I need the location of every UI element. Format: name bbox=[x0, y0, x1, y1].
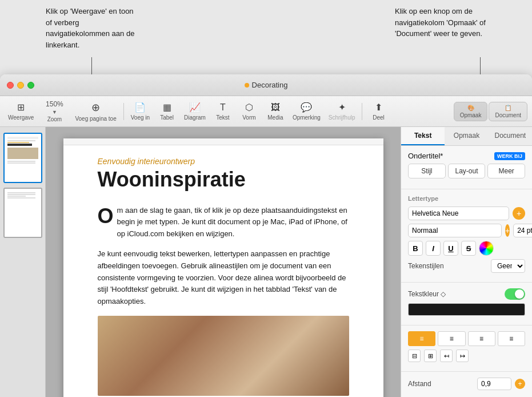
style-row: Ondertitel* WERK BIJ bbox=[408, 152, 525, 160]
dropcap-letter: O bbox=[98, 206, 114, 240]
page-thumbnail-sidebar bbox=[0, 127, 46, 397]
toolbar-media-label: Media bbox=[267, 114, 283, 121]
toolbar-document-button[interactable]: 📋 Document bbox=[489, 102, 527, 121]
indent-decrease-btn[interactable]: ↤ bbox=[440, 350, 453, 362]
add-page-icon: ⊕ bbox=[91, 101, 100, 114]
text-color-picker[interactable] bbox=[479, 241, 494, 256]
afstand-label: Afstand bbox=[408, 380, 474, 388]
toolbar-zoom[interactable]: 150% ▼ Zoom bbox=[38, 98, 70, 125]
toolbar-tekst[interactable]: T Tekst bbox=[210, 100, 235, 123]
align-center-button[interactable]: ≡ bbox=[438, 331, 465, 346]
underline-button[interactable]: U bbox=[443, 241, 458, 256]
canvas-area[interactable]: Eenvoudig interieurontwerp Wooninspirati… bbox=[46, 127, 401, 397]
dropcap-paragraph[interactable]: O m aan de slag te gaan, tik of klik je … bbox=[98, 205, 349, 240]
thumb-line-1 bbox=[7, 140, 35, 141]
toolbar-vorm[interactable]: ⬡ Vorm bbox=[237, 100, 262, 123]
thumb-inner-2 bbox=[6, 190, 39, 235]
align-right-button[interactable]: ≡ bbox=[468, 331, 495, 346]
toolbar-tekst-label: Tekst bbox=[216, 114, 229, 121]
font-name-input[interactable] bbox=[408, 207, 509, 220]
spacing-increase-btn[interactable]: ⊞ bbox=[424, 350, 437, 362]
mac-window: Decorating ⊞ Weergave 150% ▼ Zoom ⊕ Voeg… bbox=[0, 74, 532, 397]
lay-out-button[interactable]: Lay-out bbox=[448, 164, 486, 178]
toolbar-media[interactable]: 🖼 Media bbox=[263, 100, 288, 123]
toolbar: ⊞ Weergave 150% ▼ Zoom ⊕ Voeg pagina toe… bbox=[0, 96, 532, 127]
font-name-row: + bbox=[408, 207, 525, 220]
meer-button[interactable]: Meer bbox=[487, 164, 525, 178]
minimize-button[interactable] bbox=[17, 82, 24, 89]
toolbar-separator-2 bbox=[362, 103, 362, 120]
toolbar-schrijfhulp[interactable]: ✦ Schrijfhulp bbox=[325, 100, 359, 123]
kleur-toggle[interactable] bbox=[505, 288, 525, 300]
spacing-decrease-btn[interactable]: ⊟ bbox=[408, 350, 421, 362]
vorm-icon: ⬡ bbox=[245, 102, 253, 113]
toolbar-vorm-label: Vorm bbox=[242, 114, 255, 121]
toolbar-voeg-in-label: Voeg in bbox=[131, 114, 150, 121]
deel-icon: ⬆ bbox=[375, 102, 382, 113]
thumb-title-1 bbox=[7, 137, 38, 139]
style-buttons-row: Stijl Lay-out Meer bbox=[408, 164, 525, 178]
text-color-section: Tekstkleur ◇ bbox=[401, 283, 532, 325]
tab-document[interactable]: Document bbox=[489, 127, 532, 145]
window-title: Decorating bbox=[245, 81, 288, 89]
werk-bij-badge[interactable]: WERK BIJ bbox=[494, 152, 525, 160]
toolbar-opmaak-button[interactable]: 🎨 Opmaak bbox=[454, 102, 488, 121]
format-tabs: Tekst Opmaak Document bbox=[401, 127, 532, 146]
toolbar-voeg-pagina-toe[interactable]: ⊕ Voeg pagina toe bbox=[71, 99, 119, 124]
title-dot bbox=[245, 83, 249, 88]
toolbar-diagram-label: Diagram bbox=[184, 114, 206, 121]
close-button[interactable] bbox=[7, 82, 14, 89]
indent-increase-btn[interactable]: ↦ bbox=[456, 350, 469, 362]
font-options-button[interactable]: + bbox=[513, 207, 525, 220]
page-image bbox=[98, 316, 349, 396]
alignment-section: ≡ ≡ ≡ ≡ ⊟ ⊞ ↤ ↦ bbox=[401, 325, 532, 372]
toolbar-diagram[interactable]: 📈 Diagram bbox=[181, 100, 209, 123]
opmaak-icon: 🎨 bbox=[467, 105, 474, 111]
afstand-options-button[interactable]: + bbox=[515, 379, 525, 389]
page-thumb-2[interactable] bbox=[3, 188, 42, 238]
page-thumb-1[interactable] bbox=[3, 133, 42, 183]
toolbar-zoom-label: Zoom bbox=[47, 116, 62, 122]
insert-icon: 📄 bbox=[134, 102, 146, 113]
thumb-line-7 bbox=[7, 194, 35, 195]
thumb-line-9 bbox=[7, 197, 35, 199]
tekenstijlen-select[interactable]: Geen bbox=[491, 259, 525, 273]
stijl-button[interactable]: Stijl bbox=[408, 164, 446, 178]
font-size-options-button[interactable]: + bbox=[505, 224, 510, 237]
toolbar-opmerking[interactable]: 💬 Opmerking bbox=[289, 100, 324, 123]
window-title-text: Decorating bbox=[252, 81, 288, 89]
thumb-line-3 bbox=[7, 144, 32, 146]
thumb-line-6 bbox=[7, 192, 35, 193]
toolbar-voeg-in[interactable]: 📄 Voeg in bbox=[127, 100, 153, 123]
afstand-input[interactable] bbox=[477, 378, 511, 390]
maximize-button[interactable] bbox=[27, 82, 34, 89]
zoom-label: 150% bbox=[46, 100, 63, 108]
toolbar-tabel[interactable]: ▦ Tabel bbox=[154, 100, 179, 123]
align-left-button[interactable]: ≡ bbox=[408, 331, 435, 346]
callout-left: Klik op 'Weergave' en toon of verberg na… bbox=[46, 6, 137, 50]
title-bar: Decorating bbox=[0, 74, 532, 96]
color-swatch[interactable] bbox=[408, 303, 525, 316]
align-justify-button[interactable]: ≡ bbox=[498, 331, 525, 346]
tab-opmaak[interactable]: Opmaak bbox=[445, 127, 488, 145]
style-section: Ondertitel* WERK BIJ Stijl Lay-out Meer bbox=[401, 146, 532, 189]
font-size-input[interactable] bbox=[513, 224, 532, 237]
bold-button[interactable]: B bbox=[408, 241, 423, 256]
schrijfhulp-icon: ✦ bbox=[338, 102, 346, 113]
opmerking-icon: 💬 bbox=[301, 102, 312, 113]
page-title[interactable]: Wooninspiratie bbox=[98, 168, 349, 191]
italic-button[interactable]: I bbox=[426, 241, 441, 256]
font-style-input[interactable] bbox=[408, 224, 502, 237]
toolbar-deel[interactable]: ⬆ Deel bbox=[366, 100, 391, 123]
traffic-lights bbox=[7, 82, 34, 89]
strikethrough-button[interactable]: S bbox=[461, 241, 476, 256]
font-style-row: + bbox=[408, 224, 525, 237]
font-section-title: Lettertype bbox=[408, 195, 525, 202]
document-page[interactable]: Eenvoudig interieurontwerp Wooninspirati… bbox=[63, 138, 383, 397]
body-paragraph[interactable]: Je kunt eenvoudig tekst bewerken, letter… bbox=[98, 248, 349, 308]
dropcap-text: m aan de slag te gaan, tik of klik je op… bbox=[117, 205, 349, 240]
toolbar-weergave[interactable]: ⊞ Weergave bbox=[5, 100, 37, 123]
thumb-inner-1 bbox=[6, 136, 39, 180]
tab-tekst[interactable]: Tekst bbox=[401, 127, 445, 145]
color-swatch-row bbox=[408, 303, 525, 316]
